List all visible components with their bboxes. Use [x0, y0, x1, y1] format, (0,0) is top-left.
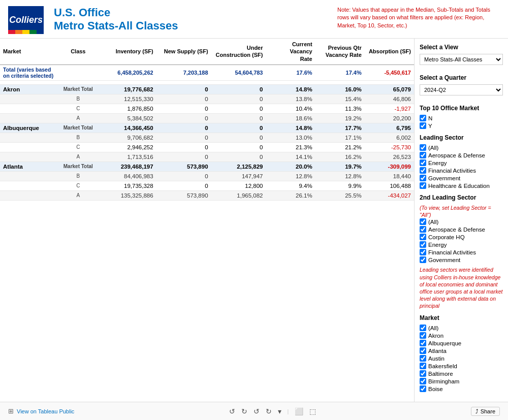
second-checkbox-aerospace[interactable] [420, 226, 426, 233]
cell-under-construction: 0 [211, 84, 266, 94]
title-line1: U.S. Office [54, 6, 178, 19]
cell-new-supply: 573,890 [156, 161, 211, 171]
tableau-link[interactable]: View on Tableau Public [17, 408, 74, 414]
undo-icon[interactable]: ↺ [229, 407, 235, 415]
title-area: U.S. Office Metro Stats-All Classes [54, 6, 178, 33]
cell-absorption: 6,795 [365, 123, 414, 133]
market-atlanta: Atlanta [420, 347, 503, 354]
redo-icon[interactable]: ↻ [241, 407, 247, 415]
second-checkbox-government[interactable] [420, 256, 426, 263]
top10-label-y: Y [428, 123, 432, 129]
table-row: B 12,515,330 0 0 13.8% 15.4% 46,806 [0, 94, 414, 104]
total-current-vacancy: 17.6% [266, 64, 315, 80]
cell-previous-vacancy: 19.2% [315, 113, 365, 123]
market-checkbox-austin[interactable] [420, 355, 426, 362]
cell-previous-vacancy: 17.7% [315, 123, 365, 133]
table-row: B 84,406,983 0 147,947 12.8% 12.8% 18,44… [0, 171, 414, 181]
logo-area: Colliers [8, 6, 44, 34]
leading-checkbox-financial[interactable] [420, 167, 426, 174]
col-market: Market [0, 39, 60, 64]
logo-text: Colliers [9, 15, 43, 25]
cell-under-construction: 147,947 [211, 171, 266, 181]
device-icon[interactable]: ⬜ [295, 407, 303, 415]
stripe-green [29, 30, 37, 34]
market-checkbox-atlanta[interactable] [420, 347, 426, 354]
footer-bar: ⊞ View on Tableau Public ↺ ↻ ↺ ↻ ▾ | ⬜ ⬚… [0, 402, 508, 420]
footer-right: ⤴ Share [471, 407, 500, 416]
market-checkbox-bakersfield[interactable] [420, 363, 426, 369]
second-energy: Energy [420, 241, 503, 248]
cell-market: Atlanta [0, 161, 60, 171]
second-checkbox-corporate[interactable] [420, 234, 426, 240]
leading-sector-label: Leading Sector [420, 134, 503, 141]
select-quarter-dropdown[interactable]: 2024-Q2 [420, 84, 503, 95]
cell-previous-vacancy: 21.2% [315, 142, 365, 152]
menu-icon[interactable]: ▾ [278, 407, 281, 415]
market-label: Market [420, 314, 503, 321]
second-checkbox-all[interactable] [420, 218, 426, 225]
leading-checkbox-energy[interactable] [420, 159, 426, 166]
cell-current-vacancy: 21.3% [266, 142, 315, 152]
market-checkbox-all[interactable] [420, 325, 426, 331]
leading-checkbox-all[interactable] [420, 144, 426, 151]
stripe-red [8, 30, 15, 34]
cell-absorption: 20,200 [365, 113, 414, 123]
cell-inventory: 1,713,516 [96, 152, 156, 161]
select-view-dropdown[interactable]: Metro Stats-All Classes [420, 54, 503, 65]
cell-new-supply: 0 [156, 113, 211, 123]
back-icon[interactable]: ↺ [253, 407, 260, 415]
cell-inventory: 84,406,983 [96, 171, 156, 181]
leading-sectors-description: Leading sectors were identified using Co… [420, 266, 503, 309]
cell-absorption: -25,730 [365, 142, 414, 152]
data-table: Market Class Inventory (SF) New Supply (… [0, 39, 414, 201]
top10-label: Top 10 Office Market [420, 105, 503, 112]
cell-market: Albuquerque [0, 123, 60, 133]
table-row: C 2,946,252 0 0 21.3% 21.2% -25,730 [0, 142, 414, 152]
total-absorption: -5,450,617 [365, 64, 414, 80]
table-area[interactable]: Market Class Inventory (SF) New Supply (… [0, 39, 414, 402]
cell-current-vacancy: 13.0% [266, 133, 315, 142]
cell-inventory: 135,325,886 [96, 190, 156, 200]
app-container: Colliers U.S. Office Metro Stats-All Cla… [0, 0, 508, 420]
leading-checkbox-government[interactable] [420, 175, 426, 181]
second-checkbox-financial[interactable] [420, 249, 426, 255]
top10-checkbox-y[interactable] [420, 122, 426, 129]
cell-absorption: 65,079 [365, 84, 414, 94]
market-checkbox-boise[interactable] [420, 385, 426, 392]
market-checkbox-birmingham[interactable] [420, 378, 426, 384]
cell-inventory: 2,946,252 [96, 142, 156, 152]
table-row: C 1,876,850 0 0 10.4% 11.3% -1,927 [0, 104, 414, 113]
total-under-construction: 54,604,783 [211, 64, 266, 80]
total-previous-vacancy: 17.4% [315, 64, 365, 80]
share-button[interactable]: ⤴ Share [471, 407, 500, 416]
top10-checkbox-n[interactable] [420, 115, 426, 121]
cell-previous-vacancy: 9.9% [315, 181, 365, 190]
cell-current-vacancy: 20.0% [266, 161, 315, 171]
cell-new-supply: 573,890 [156, 190, 211, 200]
leading-checkbox-healthcare[interactable] [420, 182, 426, 189]
cell-under-construction: 0 [211, 113, 266, 123]
cell-absorption: -1,927 [365, 104, 414, 113]
leading-checkbox-aerospace[interactable] [420, 152, 426, 158]
col-inventory: Inventory (SF) [96, 39, 156, 64]
cell-inventory: 5,384,502 [96, 113, 156, 123]
top10-label-n: N [428, 115, 432, 121]
market-checkbox-akron[interactable] [420, 332, 426, 339]
cell-class: A [60, 113, 96, 123]
market-checkbox-albuquerque[interactable] [420, 340, 426, 346]
leading-aerospace: Aerospace & Defense [420, 152, 503, 158]
table-row: A 135,325,886 573,890 1,965,082 26.1% 25… [0, 190, 414, 200]
second-all: (All) [420, 218, 503, 225]
cell-class: C [60, 142, 96, 152]
market-all: (All) [420, 325, 503, 331]
market-checkbox-baltimore[interactable] [420, 370, 426, 377]
cell-new-supply: 0 [156, 123, 211, 133]
leading-all: (All) [420, 144, 503, 151]
second-checkbox-energy[interactable] [420, 241, 426, 248]
forward-icon[interactable]: ↻ [266, 407, 272, 415]
cell-previous-vacancy: 12.8% [315, 171, 365, 181]
cell-under-construction: 0 [211, 123, 266, 133]
fullscreen-icon[interactable]: ⬚ [309, 407, 316, 415]
cell-absorption: 6,002 [365, 133, 414, 142]
market-boise: Boise [420, 385, 503, 392]
